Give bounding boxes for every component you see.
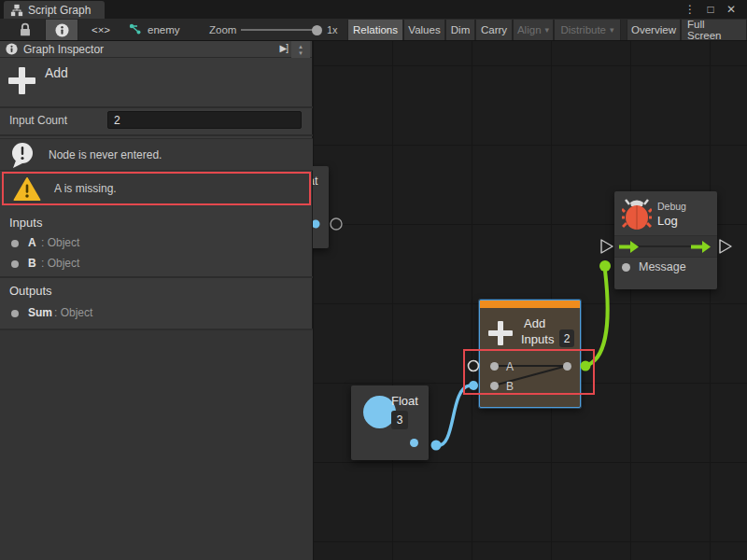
graph-breadcrumb[interactable]: enemy <box>129 23 180 36</box>
code-view-button[interactable]: <×> <box>80 20 121 40</box>
divider <box>0 276 313 278</box>
port-name: Sum <box>28 306 52 319</box>
warning-triangle-icon <box>13 176 41 202</box>
graph-name: enemy <box>148 24 180 35</box>
zoom-value: 1x <box>327 24 338 35</box>
warning-highlight-ports <box>463 349 595 395</box>
window-tab-bar: Script Graph ⋮ □ ✕ <box>0 0 747 19</box>
info-message-text: Node is never entered. <box>49 148 162 161</box>
panel-scroll-spinner[interactable]: ▴ ▾ <box>291 41 310 58</box>
inspector-input-row: B : Object <box>0 257 313 272</box>
warning-message-row: A is missing. <box>2 172 311 205</box>
plus-icon <box>8 67 35 94</box>
fullscreen-button[interactable]: Full Screen <box>681 20 747 40</box>
speech-exclamation-icon <box>9 141 35 169</box>
info-toggle-button[interactable] <box>45 20 78 40</box>
window-close-button[interactable]: ✕ <box>723 0 740 19</box>
graph-toolbar: <×> enemy Zoom 1x Relations Values Dim C… <box>0 19 747 41</box>
info-message-row: Node is never entered. <box>0 138 313 171</box>
port-name: A <box>28 236 36 249</box>
inspector-output-row: Sum : Object <box>0 306 313 321</box>
align-dropdown[interactable]: Align▾ <box>513 20 554 40</box>
port-type: : Object <box>41 257 79 270</box>
window-maximize-button[interactable]: □ <box>702 0 719 19</box>
inspector-title: Graph Inspector <box>23 43 104 56</box>
wires-layer <box>313 41 747 560</box>
tab-script-graph[interactable]: Script Graph <box>4 1 105 19</box>
port-dot <box>11 240 19 247</box>
graph-node-icon <box>129 23 142 36</box>
port-name: B <box>28 257 36 270</box>
input-count-label: Input Count <box>9 114 67 127</box>
chevron-down-icon: ▾ <box>545 25 550 35</box>
window-menu-button[interactable]: ⋮ <box>682 0 698 19</box>
wire-green-end-cap[interactable] <box>599 260 611 272</box>
zoom-label: Zoom <box>209 24 236 35</box>
debug-flow-out-triangle[interactable] <box>720 240 731 253</box>
carry-toggle[interactable]: Carry <box>475 20 513 40</box>
unity-script-graph-window: Script Graph ⋮ □ ✕ <×> <box>0 0 747 560</box>
input-count-field[interactable]: 2 <box>107 111 302 129</box>
outputs-section-title: Outputs <box>9 284 52 298</box>
lock-icon <box>17 21 34 38</box>
lock-button[interactable] <box>11 20 39 40</box>
info-icon <box>55 23 69 37</box>
port-type: : Object <box>54 306 92 319</box>
info-icon <box>6 43 18 55</box>
inspector-input-row: A : Object <box>0 236 313 251</box>
distribute-dropdown[interactable]: Distribute▾ <box>554 20 621 40</box>
code-icon: <×> <box>92 24 110 35</box>
inspector-header: Graph Inspector ▶] ▴ ▾ <box>0 41 312 58</box>
partial-node-output-empty-marker[interactable] <box>331 218 342 230</box>
graph-hierarchy-icon <box>10 4 23 17</box>
graph-canvas[interactable]: at Float 3 <box>313 41 747 560</box>
chevron-down-icon: ▾ <box>610 25 614 35</box>
wire-blue-start-cap[interactable] <box>431 441 442 451</box>
divider <box>0 106 313 108</box>
port-dot <box>11 260 19 268</box>
dock-icon[interactable]: ▶] <box>280 43 288 53</box>
zoom-slider-handle[interactable] <box>312 25 322 35</box>
values-toggle[interactable]: Values <box>403 20 445 40</box>
divider <box>0 134 313 136</box>
dim-toggle[interactable]: Dim <box>445 20 475 40</box>
overview-button[interactable]: Overview <box>627 20 681 40</box>
partial-node-port-marker[interactable] <box>313 220 320 229</box>
inspector-empty-area <box>0 330 313 560</box>
tab-title: Script Graph <box>28 4 91 17</box>
zoom-slider-track[interactable] <box>241 29 319 31</box>
port-type: : Object <box>41 236 79 249</box>
inspected-node-title: Add <box>45 65 68 80</box>
port-dot <box>11 310 19 317</box>
relations-toggle[interactable]: Relations <box>347 20 403 40</box>
debug-flow-in-triangle[interactable] <box>601 240 613 253</box>
graph-inspector-panel: Graph Inspector ▶] ▴ ▾ Add Input Count 2… <box>0 41 313 560</box>
warning-message-text: A is missing. <box>54 182 117 195</box>
inputs-section-title: Inputs <box>9 216 42 230</box>
